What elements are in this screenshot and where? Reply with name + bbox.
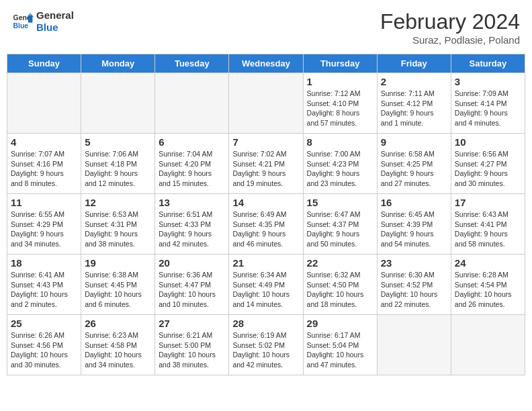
calendar-cell: 23Sunrise: 6:30 AMSunset: 4:52 PMDayligh…	[377, 255, 451, 315]
day-info: Sunrise: 6:19 AMSunset: 5:02 PMDaylight:…	[232, 330, 299, 370]
day-number: 7	[232, 136, 299, 148]
calendar-cell: 27Sunrise: 6:21 AMSunset: 5:00 PMDayligh…	[155, 315, 229, 375]
day-info: Sunrise: 7:04 AMSunset: 4:20 PMDaylight:…	[159, 149, 225, 189]
day-info: Sunrise: 6:32 AMSunset: 4:50 PMDaylight:…	[307, 270, 373, 310]
day-info: Sunrise: 7:06 AMSunset: 4:18 PMDaylight:…	[85, 149, 151, 189]
calendar-cell: 2Sunrise: 7:11 AMSunset: 4:12 PMDaylight…	[377, 73, 451, 134]
calendar-cell: 13Sunrise: 6:51 AMSunset: 4:33 PMDayligh…	[155, 194, 229, 255]
day-info: Sunrise: 6:28 AMSunset: 4:54 PMDaylight:…	[455, 270, 521, 310]
calendar-cell: 7Sunrise: 7:02 AMSunset: 4:21 PMDaylight…	[229, 134, 303, 194]
weekday-header-wednesday: Wednesday	[229, 54, 303, 73]
weekday-header-sunday: Sunday	[7, 54, 81, 73]
calendar-cell: 10Sunrise: 6:56 AMSunset: 4:27 PMDayligh…	[451, 134, 525, 194]
day-info: Sunrise: 6:47 AMSunset: 4:37 PMDaylight:…	[307, 210, 373, 249]
day-number: 19	[85, 257, 151, 269]
day-number: 17	[455, 197, 521, 208]
calendar-cell: 17Sunrise: 6:43 AMSunset: 4:41 PMDayligh…	[451, 194, 525, 255]
day-number: 13	[159, 197, 225, 208]
calendar-cell: 5Sunrise: 7:06 AMSunset: 4:18 PMDaylight…	[81, 134, 155, 194]
calendar-cell: 25Sunrise: 6:26 AMSunset: 4:56 PMDayligh…	[7, 315, 81, 375]
day-info: Sunrise: 6:45 AMSunset: 4:39 PMDaylight:…	[381, 210, 447, 249]
calendar-cell: 11Sunrise: 6:55 AMSunset: 4:29 PMDayligh…	[7, 194, 81, 255]
day-number: 27	[159, 318, 225, 329]
day-number: 22	[307, 257, 373, 269]
day-number: 14	[232, 197, 299, 208]
weekday-header-friday: Friday	[377, 54, 451, 73]
calendar-cell: 26Sunrise: 6:23 AMSunset: 4:58 PMDayligh…	[81, 315, 155, 375]
day-number: 2	[381, 76, 447, 87]
day-info: Sunrise: 7:00 AMSunset: 4:23 PMDaylight:…	[307, 149, 373, 189]
calendar-cell: 3Sunrise: 7:09 AMSunset: 4:14 PMDaylight…	[451, 73, 525, 134]
day-number: 12	[85, 197, 151, 208]
calendar-cell: 24Sunrise: 6:28 AMSunset: 4:54 PMDayligh…	[451, 255, 525, 315]
day-number: 4	[11, 136, 77, 148]
location-title: Suraz, Podlasie, Poland	[380, 34, 520, 46]
header: General Blue General Blue February 2024 …	[7, 7, 525, 48]
calendar-cell: 15Sunrise: 6:47 AMSunset: 4:37 PMDayligh…	[303, 194, 377, 255]
calendar-cell: 20Sunrise: 6:36 AMSunset: 4:47 PMDayligh…	[155, 255, 229, 315]
day-info: Sunrise: 6:23 AMSunset: 4:58 PMDaylight:…	[85, 330, 151, 370]
day-number: 11	[11, 197, 77, 208]
calendar-cell: 21Sunrise: 6:34 AMSunset: 4:49 PMDayligh…	[229, 255, 303, 315]
calendar-cell: 6Sunrise: 7:04 AMSunset: 4:20 PMDaylight…	[155, 134, 229, 194]
day-number: 15	[307, 197, 373, 208]
day-info: Sunrise: 6:56 AMSunset: 4:27 PMDaylight:…	[455, 149, 521, 189]
day-info: Sunrise: 6:34 AMSunset: 4:49 PMDaylight:…	[232, 270, 299, 310]
day-number: 24	[455, 257, 521, 269]
day-number: 25	[11, 318, 77, 329]
logo-general-text: General	[36, 9, 74, 21]
weekday-header-saturday: Saturday	[451, 54, 525, 73]
day-number: 23	[381, 257, 447, 269]
calendar-cell	[377, 315, 451, 375]
day-info: Sunrise: 6:17 AMSunset: 5:04 PMDaylight:…	[307, 330, 373, 370]
day-info: Sunrise: 6:36 AMSunset: 4:47 PMDaylight:…	[159, 270, 225, 310]
day-number: 21	[232, 257, 299, 269]
day-number: 20	[159, 257, 225, 269]
calendar-table: SundayMondayTuesdayWednesdayThursdayFrid…	[7, 54, 525, 375]
logo-blue-text: Blue	[36, 21, 74, 34]
calendar-cell: 4Sunrise: 7:07 AMSunset: 4:16 PMDaylight…	[7, 134, 81, 194]
calendar-cell: 18Sunrise: 6:41 AMSunset: 4:43 PMDayligh…	[7, 255, 81, 315]
day-info: Sunrise: 6:43 AMSunset: 4:41 PMDaylight:…	[455, 210, 521, 249]
calendar-cell: 1Sunrise: 7:12 AMSunset: 4:10 PMDaylight…	[303, 73, 377, 134]
day-info: Sunrise: 7:11 AMSunset: 4:12 PMDaylight:…	[381, 89, 447, 128]
day-info: Sunrise: 7:12 AMSunset: 4:10 PMDaylight:…	[307, 89, 373, 128]
logo: General Blue General Blue	[12, 9, 74, 34]
calendar-cell: 8Sunrise: 7:00 AMSunset: 4:23 PMDaylight…	[303, 134, 377, 194]
day-number: 18	[11, 257, 77, 269]
calendar-week-4: 18Sunrise: 6:41 AMSunset: 4:43 PMDayligh…	[7, 255, 525, 315]
day-number: 1	[307, 76, 373, 87]
logo-icon: General Blue	[12, 11, 34, 32]
day-number: 28	[232, 318, 299, 329]
day-info: Sunrise: 6:55 AMSunset: 4:29 PMDaylight:…	[11, 210, 77, 249]
calendar-cell	[7, 73, 81, 134]
calendar-cell	[229, 73, 303, 134]
day-number: 5	[85, 136, 151, 148]
day-number: 6	[159, 136, 225, 148]
calendar-cell	[81, 73, 155, 134]
calendar-cell: 22Sunrise: 6:32 AMSunset: 4:50 PMDayligh…	[303, 255, 377, 315]
day-number: 26	[85, 318, 151, 329]
day-number: 29	[307, 318, 373, 329]
day-info: Sunrise: 6:21 AMSunset: 5:00 PMDaylight:…	[159, 330, 225, 370]
calendar-cell: 16Sunrise: 6:45 AMSunset: 4:39 PMDayligh…	[377, 194, 451, 255]
calendar-week-3: 11Sunrise: 6:55 AMSunset: 4:29 PMDayligh…	[7, 194, 525, 255]
calendar-cell	[155, 73, 229, 134]
weekday-header-thursday: Thursday	[303, 54, 377, 73]
weekday-header-monday: Monday	[81, 54, 155, 73]
title-area: February 2024 Suraz, Podlasie, Poland	[380, 9, 520, 46]
day-number: 16	[381, 197, 447, 208]
calendar-cell: 29Sunrise: 6:17 AMSunset: 5:04 PMDayligh…	[303, 315, 377, 375]
calendar-cell: 28Sunrise: 6:19 AMSunset: 5:02 PMDayligh…	[229, 315, 303, 375]
svg-marker-2	[28, 15, 32, 22]
calendar-cell	[451, 315, 525, 375]
weekday-header-tuesday: Tuesday	[155, 54, 229, 73]
calendar-cell: 14Sunrise: 6:49 AMSunset: 4:35 PMDayligh…	[229, 194, 303, 255]
day-number: 3	[455, 76, 521, 87]
day-number: 8	[307, 136, 373, 148]
day-number: 10	[455, 136, 521, 148]
day-info: Sunrise: 6:51 AMSunset: 4:33 PMDaylight:…	[159, 210, 225, 249]
calendar-week-2: 4Sunrise: 7:07 AMSunset: 4:16 PMDaylight…	[7, 134, 525, 194]
day-info: Sunrise: 6:26 AMSunset: 4:56 PMDaylight:…	[11, 330, 77, 370]
month-title: February 2024	[380, 9, 520, 34]
